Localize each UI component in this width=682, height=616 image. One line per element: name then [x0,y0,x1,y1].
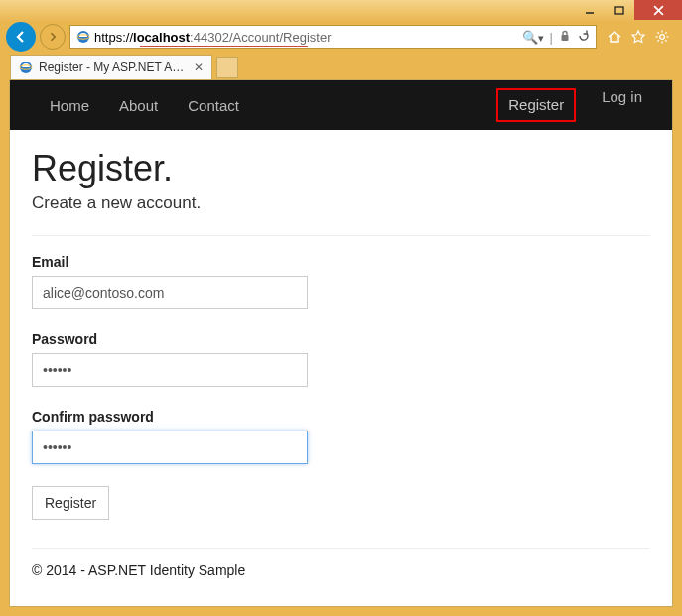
tab-title: Register - My ASP.NET App... [39,61,188,74]
divider [32,235,650,236]
email-field[interactable] [32,276,308,309]
nav-contact[interactable]: Contact [188,97,239,114]
new-tab-button[interactable] [216,57,238,78]
label-email: Email [32,254,650,270]
tab-favicon-icon [19,61,33,74]
site-navbar: Home About Contact Register Log in [10,80,672,130]
ie-favicon-icon [76,30,90,44]
svg-point-7 [660,35,665,40]
nav-register[interactable]: Register [508,96,564,113]
svg-line-13 [665,40,666,41]
url-text: https://localhost:44302/Account/Register [94,30,518,45]
window-titlebar [0,0,682,22]
back-button[interactable] [6,22,36,52]
favorites-star-icon[interactable] [630,29,646,45]
window-close-button[interactable] [634,0,682,20]
url-highlight-underline [140,46,308,47]
ssl-lock-icon[interactable] [559,30,571,45]
tab-strip: Register - My ASP.NET App... ✕ [0,52,682,79]
confirm-password-field[interactable] [32,431,308,464]
label-password: Password [32,331,650,347]
page-viewport: Home About Contact Register Log in Regis… [9,79,673,607]
svg-line-15 [657,40,658,41]
browser-chrome-icons [601,29,676,45]
nav-register-highlight: Register [496,88,576,122]
svg-line-14 [665,32,666,33]
home-icon[interactable] [607,29,622,45]
page-heading: Register. [32,148,650,189]
svg-rect-1 [615,7,623,14]
address-bar[interactable]: https://localhost:44302/Account/Register… [69,25,597,49]
svg-rect-6 [562,35,569,41]
search-dropdown-icon[interactable]: 🔍▾ [522,30,544,45]
refresh-icon[interactable] [577,29,590,45]
password-field[interactable] [32,353,308,387]
nav-home[interactable]: Home [50,97,89,114]
browser-tab-active[interactable]: Register - My ASP.NET App... ✕ [10,55,212,79]
tools-gear-icon[interactable] [654,29,670,45]
tab-close-icon[interactable]: ✕ [194,61,204,74]
browser-toolbar: https://localhost:44302/Account/Register… [0,22,682,52]
svg-line-12 [657,32,658,33]
forward-button[interactable] [40,24,66,50]
page-body: Register. Create a new account. Email Pa… [10,130,672,606]
page-subtitle: Create a new account. [32,193,650,213]
label-confirm-password: Confirm password [32,409,650,425]
nav-about[interactable]: About [119,97,158,114]
address-tools: 🔍▾ | [522,29,590,45]
window-maximize-button[interactable] [605,0,634,20]
nav-login[interactable]: Log in [602,88,642,122]
window-minimize-button[interactable] [575,0,605,20]
register-submit-button[interactable]: Register [32,486,109,520]
footer-text: © 2014 - ASP.NET Identity Sample [32,562,650,578]
footer-divider [32,548,650,549]
